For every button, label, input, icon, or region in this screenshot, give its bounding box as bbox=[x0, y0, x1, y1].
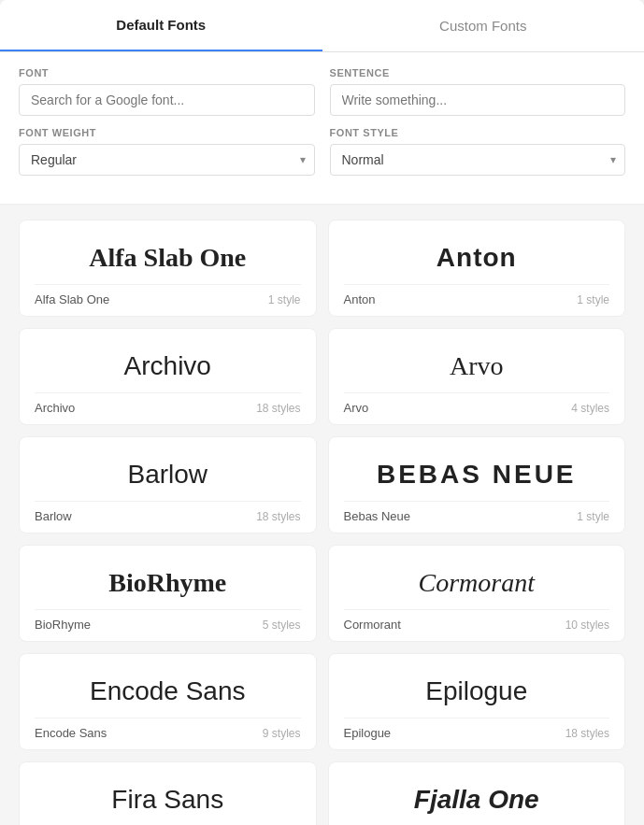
modal: Default Fonts Custom Fonts FONT SENTENCE… bbox=[0, 0, 644, 825]
font-preview-archivo: Archivo bbox=[35, 344, 301, 385]
font-preview-biorhyme: BioRhyme bbox=[35, 561, 301, 602]
tab-custom-fonts[interactable]: Custom Fonts bbox=[322, 0, 645, 51]
font-preview-cormorant: Cormorant bbox=[344, 561, 610, 602]
sentence-group: SENTENCE bbox=[330, 67, 626, 116]
font-meta-archivo: Archivo18 styles bbox=[35, 392, 301, 415]
font-card-epilogue[interactable]: EpilogueEpilogue18 styles bbox=[328, 653, 626, 750]
font-card-arvo[interactable]: ArvoArvo4 styles bbox=[328, 328, 626, 425]
font-meta-arvo: Arvo4 styles bbox=[344, 392, 610, 415]
font-preview-bebas-neue: BEBAS NEUE bbox=[344, 452, 610, 493]
font-card-alfa-slab-one[interactable]: Alfa Slab OneAlfa Slab One1 style bbox=[19, 220, 317, 317]
font-meta-epilogue: Epilogue18 styles bbox=[344, 718, 610, 740]
font-label: FONT bbox=[19, 67, 315, 78]
font-name-anton: Anton bbox=[344, 292, 376, 306]
font-name-archivo: Archivo bbox=[35, 401, 75, 415]
font-name-alfa-slab-one: Alfa Slab One bbox=[35, 292, 109, 306]
controls-section: FONT SENTENCE FONT WEIGHT Regular Thin E… bbox=[0, 52, 644, 196]
font-search-input[interactable] bbox=[19, 84, 315, 116]
font-name-bebas-neue: Bebas Neue bbox=[344, 509, 411, 523]
font-group: FONT bbox=[19, 67, 315, 116]
font-meta-alfa-slab-one: Alfa Slab One1 style bbox=[35, 284, 301, 306]
font-card-anton[interactable]: AntonAnton1 style bbox=[328, 220, 626, 317]
font-name-barlow: Barlow bbox=[35, 509, 72, 523]
style-group: FONT STYLE Normal Italic Oblique bbox=[330, 127, 626, 176]
font-grid: Alfa Slab OneAlfa Slab One1 styleAntonAn… bbox=[0, 205, 644, 825]
font-preview-barlow: Barlow bbox=[35, 452, 301, 493]
weight-group: FONT WEIGHT Regular Thin Extra Light Lig… bbox=[19, 127, 315, 176]
font-styles-count-epilogue: 18 styles bbox=[565, 727, 609, 740]
font-meta-anton: Anton1 style bbox=[344, 284, 610, 306]
font-name-cormorant: Cormorant bbox=[344, 618, 401, 632]
font-styles-count-archivo: 18 styles bbox=[256, 402, 300, 415]
sentence-label: SENTENCE bbox=[330, 67, 626, 78]
font-card-encode-sans[interactable]: Encode SansEncode Sans9 styles bbox=[19, 653, 317, 750]
font-preview-epilogue: Epilogue bbox=[344, 669, 610, 710]
font-preview-anton: Anton bbox=[344, 235, 610, 277]
font-preview-fjalla-one: Fjalla One bbox=[344, 777, 610, 818]
font-preview-fira-sans: Fira Sans bbox=[35, 777, 301, 818]
style-label: FONT STYLE bbox=[330, 127, 626, 138]
font-name-biorhyme: BioRhyme bbox=[35, 618, 91, 632]
font-name-encode-sans: Encode Sans bbox=[35, 726, 107, 740]
style-select-wrapper: Normal Italic Oblique bbox=[330, 144, 626, 176]
font-styles-count-bebas-neue: 1 style bbox=[577, 510, 609, 523]
font-styles-count-anton: 1 style bbox=[577, 293, 609, 306]
font-card-fjalla-one[interactable]: Fjalla OneFjalla One1 style bbox=[328, 761, 626, 825]
font-styles-count-arvo: 4 styles bbox=[571, 402, 609, 415]
font-preview-encode-sans: Encode Sans bbox=[35, 669, 301, 710]
weight-style-row: FONT WEIGHT Regular Thin Extra Light Lig… bbox=[19, 127, 625, 176]
font-meta-bebas-neue: Bebas Neue1 style bbox=[344, 501, 610, 523]
font-card-bebas-neue[interactable]: BEBAS NEUEBebas Neue1 style bbox=[328, 436, 626, 533]
font-styles-count-biorhyme: 5 styles bbox=[263, 619, 301, 632]
tabs-container: Default Fonts Custom Fonts bbox=[0, 0, 644, 52]
font-sentence-row: FONT SENTENCE bbox=[19, 67, 625, 116]
font-card-archivo[interactable]: ArchivoArchivo18 styles bbox=[19, 328, 317, 425]
font-meta-encode-sans: Encode Sans9 styles bbox=[35, 718, 301, 740]
font-meta-cormorant: Cormorant10 styles bbox=[344, 609, 610, 632]
weight-select-wrapper: Regular Thin Extra Light Light Medium Se… bbox=[19, 144, 315, 176]
weight-select[interactable]: Regular Thin Extra Light Light Medium Se… bbox=[19, 144, 315, 176]
tab-default-fonts[interactable]: Default Fonts bbox=[0, 0, 322, 51]
font-card-biorhyme[interactable]: BioRhymeBioRhyme5 styles bbox=[19, 545, 317, 642]
font-styles-count-cormorant: 10 styles bbox=[565, 619, 609, 632]
font-name-epilogue: Epilogue bbox=[344, 726, 392, 740]
sentence-input[interactable] bbox=[330, 84, 626, 116]
style-select[interactable]: Normal Italic Oblique bbox=[330, 144, 626, 176]
font-styles-count-barlow: 18 styles bbox=[256, 510, 300, 523]
font-name-arvo: Arvo bbox=[344, 401, 369, 415]
font-card-fira-sans[interactable]: Fira SansFira Sans18 styles bbox=[19, 761, 317, 825]
font-card-cormorant[interactable]: CormorantCormorant10 styles bbox=[328, 545, 626, 642]
font-styles-count-alfa-slab-one: 1 style bbox=[268, 293, 301, 306]
font-meta-biorhyme: BioRhyme5 styles bbox=[35, 609, 301, 632]
font-preview-arvo: Arvo bbox=[344, 344, 610, 385]
font-styles-count-encode-sans: 9 styles bbox=[263, 727, 301, 740]
font-card-barlow[interactable]: BarlowBarlow18 styles bbox=[19, 436, 317, 533]
weight-label: FONT WEIGHT bbox=[19, 127, 315, 138]
font-preview-alfa-slab-one: Alfa Slab One bbox=[35, 235, 301, 277]
font-meta-barlow: Barlow18 styles bbox=[35, 501, 301, 523]
